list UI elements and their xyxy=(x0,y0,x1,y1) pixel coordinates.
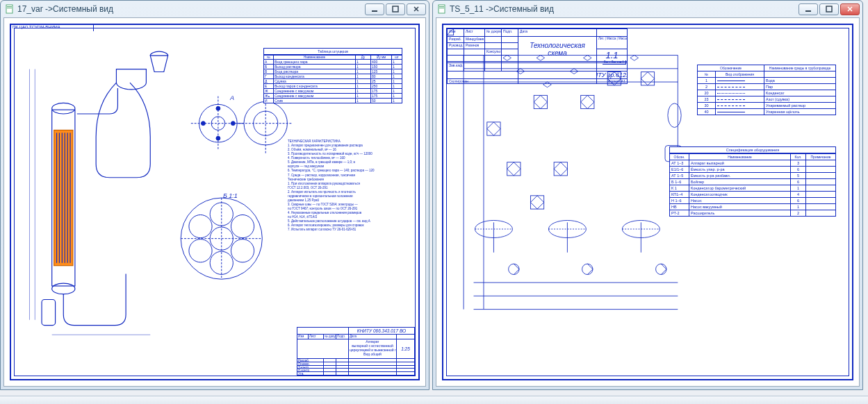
table-row: К 1Конденсатор барометрический1 xyxy=(670,185,835,191)
table-row: Ж₁Соединение с вакуумом11751 xyxy=(264,93,402,98)
svg-rect-3 xyxy=(372,10,377,12)
table-row: 40Упаренная щёлочь xyxy=(698,108,835,115)
table-row: НВНасос вакуумный1 xyxy=(670,203,835,210)
svg-point-13 xyxy=(52,103,75,114)
maximize-button[interactable] xyxy=(819,3,839,15)
minimize-button[interactable] xyxy=(365,3,384,15)
table-row: БВыход раствора11501 xyxy=(264,64,402,69)
svg-point-28 xyxy=(216,136,220,140)
svg-rect-15 xyxy=(42,300,56,326)
mdi-window-ts511: TS_5_11 ->Системный вид xyxy=(432,0,863,390)
line-legend-table: ОбозначениеНаименование среды в трубопро… xyxy=(697,65,836,115)
nozzle-table: Таблица штуцеров №НаименованиеДуØу ммштА… xyxy=(263,48,402,103)
table-row: 23Азот (сдувка) xyxy=(698,96,835,102)
window-title: 17_var ->Системный вид xyxy=(17,4,365,14)
svg-point-27 xyxy=(216,106,220,110)
maximize-button[interactable] xyxy=(386,3,405,15)
svg-rect-45 xyxy=(826,6,832,12)
table-row: 2Пар xyxy=(698,83,835,90)
table-row: АТ 1–3Аппарат выпарной3 xyxy=(670,160,835,166)
svg-rect-1 xyxy=(7,6,12,7)
table-row: ВВход раствора11251 xyxy=(264,69,402,74)
table-row: АТ 1–5Ёмкость р-ра разбавл.5 xyxy=(670,172,835,178)
view-label-A: А xyxy=(230,94,234,101)
title-block: КНИТУ 066.343.017 ВОИзмЛист№ докум.Подп.… xyxy=(297,327,415,376)
equipment-table: Спецификация оборудования Обозн.Наименов… xyxy=(669,146,836,217)
svg-rect-2 xyxy=(7,8,12,8)
table-row: ЕВыход паров с конденсата12501 xyxy=(264,83,402,88)
document-icon xyxy=(5,4,15,14)
table-row: 20Конденсат xyxy=(698,90,835,96)
table-row: 1Вода xyxy=(698,77,835,83)
svg-point-30 xyxy=(201,121,205,126)
svg-point-14 xyxy=(52,283,75,294)
minimize-button[interactable] xyxy=(799,3,818,15)
close-button[interactable] xyxy=(407,3,426,15)
table-row: РТ-2Расширитель2 xyxy=(670,210,835,216)
table-row: ДСдувка1251 xyxy=(264,78,402,83)
titlebar[interactable]: TS_5_11 ->Системный вид xyxy=(433,1,862,17)
svg-point-35 xyxy=(189,214,212,237)
svg-rect-41 xyxy=(439,5,445,13)
table-row: ИСлив1501 xyxy=(264,98,402,103)
titlebar[interactable]: 17_var ->Системный вид xyxy=(1,1,429,17)
table-row: АВход греющего пара14001 xyxy=(264,59,402,64)
table-row: КП1–4Конденсатоотводчик4 xyxy=(670,191,835,197)
svg-point-57 xyxy=(656,264,666,274)
drawing-canvas[interactable]: ПК ЦАО ТСУОМ-ВНИМА xyxy=(3,17,426,387)
tech-requirements: ТЕХНИЧЕСКАЯ ХАРАКТЕРИСТИКА 1. Аппарат пр… xyxy=(288,140,402,232)
mdi-window-17var: 17_var ->Системный вид ПК ЦАО ТСУОМ-ВНИМ… xyxy=(0,0,429,390)
document-icon xyxy=(437,4,447,14)
svg-rect-44 xyxy=(805,10,811,12)
table-row: Н 1–6Насос6 xyxy=(670,197,835,203)
svg-rect-43 xyxy=(439,8,444,8)
svg-point-29 xyxy=(231,121,235,126)
horizontal-scrollbar[interactable] xyxy=(0,396,868,404)
svg-rect-42 xyxy=(439,6,444,7)
svg-point-36 xyxy=(231,214,254,237)
view-label-B: Б 1:1 xyxy=(223,192,238,199)
table-row: ЖСоединение с вакуумом11751 xyxy=(264,88,402,93)
svg-rect-0 xyxy=(6,5,13,13)
svg-point-37 xyxy=(189,239,212,262)
table-row: Е1/1–6Ёмкость упар. р-ра6 xyxy=(670,166,835,172)
svg-point-55 xyxy=(509,264,519,274)
svg-rect-4 xyxy=(393,6,398,12)
svg-point-56 xyxy=(582,264,593,274)
svg-point-38 xyxy=(231,239,254,262)
title-block: ИзмЛист№ докум.Подп.ДатаРазраб.Миндубаев… xyxy=(447,28,628,84)
drawing-canvas[interactable]: ОбозначениеНаименование среды в трубопро… xyxy=(436,17,860,387)
table-row: ГВыход конденсата1801 xyxy=(264,74,402,78)
table-row: 30Упариваемый раствор xyxy=(698,102,835,108)
table-row: Б 1–6Бойлер6 xyxy=(670,178,835,185)
svg-point-52 xyxy=(668,103,681,128)
window-title: TS_5_11 ->Системный вид xyxy=(450,4,799,14)
close-button[interactable] xyxy=(840,3,860,15)
